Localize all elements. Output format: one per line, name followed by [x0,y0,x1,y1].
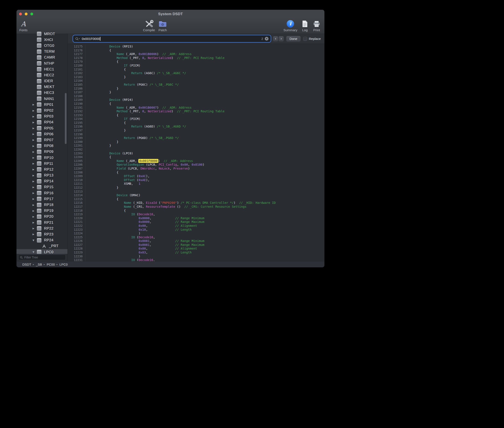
replace-checkbox[interactable] [303,37,307,41]
code-line: 12216 Name (_HID, EisaId ("PNP0200") /* … [68,201,324,205]
sidebar-item-hec2[interactable]: HEC2 [17,72,67,78]
breadcrumb-item-_sb[interactable]: _SB [36,263,42,266]
sidebar-item-hec1[interactable]: HEC1 [17,66,67,72]
line-number: 12201 [68,144,85,148]
disclosure-triangle-icon[interactable]: ▶ [33,215,37,218]
sidebar-item-rp13[interactable]: ▶RP13 [17,173,67,178]
sidebar-item-rp22[interactable]: ▶RP22 [17,225,67,231]
search-icon [20,256,23,259]
search-menu-icon[interactable] [75,37,80,41]
replace-toggle[interactable]: Replace [303,37,321,41]
sidebar-item-rp17[interactable]: ▶RP17 [17,196,67,202]
sidebar-item-hec3[interactable]: HEC3 [17,90,67,96]
sidebar-item-rp21[interactable]: ▶RP21 [17,220,67,225]
sidebar-item-rp18[interactable]: ▶RP18 [17,202,67,208]
sidebar-item-otg0[interactable]: OTG0 [17,43,67,49]
find-next-button[interactable]: › [279,36,284,41]
sidebar-item-rp04[interactable]: ▶RP04 [17,119,67,125]
sidebar-item-label: RP08 [44,144,53,148]
disclosure-triangle-icon[interactable]: ▶ [33,127,37,130]
filter-tree-input[interactable] [24,255,64,259]
fonts-button[interactable]: A Fonts [19,20,28,32]
sidebar-item-rp07[interactable]: ▶RP07 [17,137,67,143]
sidebar-item-rp19[interactable]: ▶RP19 [17,208,67,214]
compile-button[interactable]: Compile [143,20,155,32]
disclosure-triangle-icon[interactable]: ▶ [33,145,37,148]
breadcrumb-item-lpc0[interactable]: LPC0 [59,263,68,266]
clear-search-icon[interactable]: ✕ [265,37,268,41]
sidebar-item-rp16[interactable]: ▶RP16 [17,190,67,196]
disclosure-triangle-icon[interactable]: ▶ [33,121,37,124]
sidebar-item-_prt[interactable]: _PRT [17,243,67,249]
minimize-button[interactable] [25,13,28,15]
sidebar-item-mrot[interactable]: MROT [17,31,67,37]
sidebar-tree[interactable]: MROTXHCIOTG0TERMCAMRNTHPHEC1HEC2IDERMEKT… [17,31,67,254]
disclosure-triangle-icon[interactable]: ▶ [33,115,37,118]
filter-tree-field[interactable] [18,255,66,260]
disclosure-triangle-icon[interactable]: ▶ [33,180,37,183]
sidebar-item-nan1[interactable]: NAN1 [17,96,67,102]
disclosure-triangle-icon[interactable]: ▶ [33,233,37,236]
sidebar-item-nthp[interactable]: NTHP [17,60,67,66]
find-previous-button[interactable]: ‹ [273,36,278,41]
disclosure-triangle-icon[interactable]: ▶ [33,198,37,200]
sidebar-item-lpc0[interactable]: ▼LPC0 [17,249,67,254]
sidebar-item-ider[interactable]: IDER [17,78,67,84]
find-field[interactable]: 0x001F0000 2 ✕ [73,36,270,42]
sidebar-item-rp11[interactable]: ▶RP11 [17,161,67,166]
disclosure-triangle-icon[interactable]: ▶ [33,221,37,224]
disclosure-triangle-icon[interactable]: ▶ [33,139,37,141]
sidebar-item-rp12[interactable]: ▶RP12 [17,166,67,172]
sidebar-item-rp06[interactable]: ▶RP06 [17,131,67,137]
disclosure-triangle-icon[interactable]: ▼ [33,251,37,254]
sidebar-item-rp09[interactable]: ▶RP09 [17,149,67,155]
disclosure-triangle-icon[interactable]: ▶ [33,109,37,112]
sidebar-item-camr[interactable]: CAMR [17,55,67,60]
disclosure-triangle-icon[interactable]: ▶ [33,186,37,189]
sidebar-item-rp23[interactable]: ▶RP23 [17,231,67,237]
done-button[interactable]: Done [286,36,301,42]
disclosure-triangle-icon[interactable]: ▶ [33,192,37,195]
disclosure-triangle-icon[interactable]: ▶ [33,227,37,230]
disclosure-triangle-icon[interactable]: ▶ [33,174,37,177]
disclosure-triangle-icon[interactable]: ▶ [33,133,37,136]
disclosure-triangle-icon[interactable]: ▶ [33,168,37,171]
summary-button[interactable]: i Summary [283,20,297,32]
disclosure-triangle-icon[interactable]: ▶ [33,150,37,153]
disclosure-triangle-icon[interactable]: ▼ [33,239,37,242]
sidebar-scrollbar-thumb[interactable] [65,93,66,144]
sidebar-item-rp03[interactable]: ▶RP03 [17,114,67,119]
find-input[interactable]: 0x001F0000 [82,37,260,41]
sidebar-item-rp10[interactable]: ▶RP10 [17,155,67,161]
disclosure-triangle-icon[interactable]: ▶ [33,103,37,106]
close-button[interactable] [19,13,22,15]
disclosure-triangle-icon[interactable]: ▶ [33,209,37,212]
sidebar-item-rp05[interactable]: ▶RP05 [17,125,67,131]
print-button[interactable]: Print [313,20,320,32]
code-line: 12223 0x10, // Length [68,228,324,232]
sidebar-item-rp01[interactable]: ▶RP01 [17,102,67,107]
log-button[interactable]: Log [302,20,308,32]
disclosure-triangle-icon[interactable]: ▶ [33,204,37,206]
sidebar-item-mekt[interactable]: MEKT [17,84,67,90]
sidebar-item-rp14[interactable]: ▶RP14 [17,178,67,184]
patch-button[interactable]: ⚙ Patch [158,20,167,32]
code-text: } [87,144,111,148]
code-line: 12199 Return (PG6D) /* \_SB_.PG6D */ [68,136,324,140]
code-text: 0x0000, // Range Minimum [87,216,204,220]
sidebar-item-rp20[interactable]: ▶RP20 [17,214,67,220]
code-editor[interactable]: 12175 Device (RP23)12176 {12177 Name (_A… [68,44,324,261]
zoom-button[interactable] [30,13,33,15]
breadcrumb-item-dsdt[interactable]: DSDT [22,263,31,266]
sidebar-item-rp15[interactable]: ▶RP15 [17,184,67,190]
code-text: Return (PG6C) /* \_SB_.PG6C */ [87,83,179,87]
sidebar-item-xhci[interactable]: XHCI [17,37,67,43]
sidebar-item-rp02[interactable]: ▶RP02 [17,107,67,113]
breadcrumb-item-pc00[interactable]: PC00 [47,263,55,266]
disclosure-triangle-icon[interactable]: ▶ [33,156,37,159]
disclosure-triangle-icon[interactable]: ▶ [33,162,37,165]
sidebar-item-term[interactable]: TERM [17,49,67,55]
sidebar-item-rp08[interactable]: ▶RP08 [17,143,67,149]
sidebar-item-rp24[interactable]: ▼RP24 [17,238,67,243]
device-icon [37,144,41,148]
